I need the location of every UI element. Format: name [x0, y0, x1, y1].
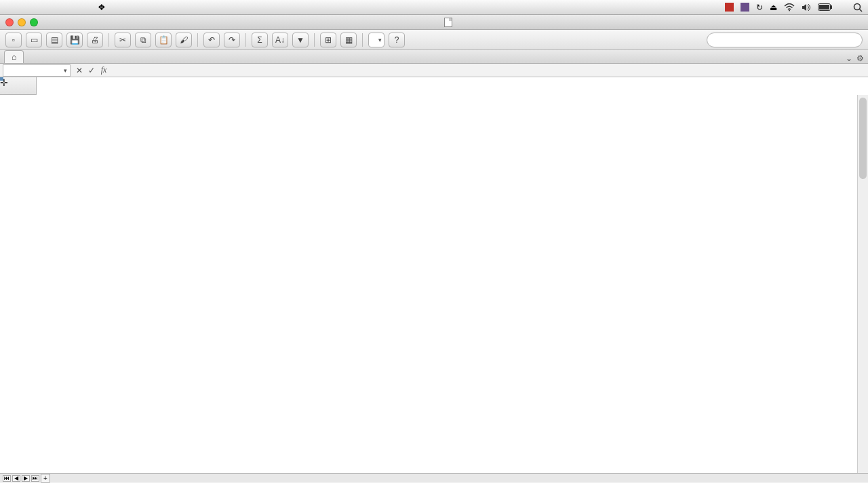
- standard-toolbar: ▫ ▭ ▤ 💾 🖨 ✂ ⧉ 📋 🖌 ↶ ↷ Σ A↓ ▼ ⊞ ▦ ? 🔍: [0, 30, 868, 50]
- svg-rect-2: [819, 5, 829, 9]
- open-template-button[interactable]: ▤: [46, 33, 62, 47]
- select-all-corner[interactable]: [0, 77, 37, 95]
- mac-menubar: ❖ ↻ ⏏: [0, 0, 868, 15]
- help-button[interactable]: ?: [389, 33, 405, 47]
- svg-rect-3: [831, 5, 832, 9]
- cancel-formula-icon[interactable]: ✕: [73, 66, 85, 75]
- tab-data[interactable]: [115, 60, 130, 63]
- volume-icon[interactable]: [802, 3, 811, 12]
- open-button[interactable]: ▭: [26, 33, 42, 47]
- toolbox-button[interactable]: ▦: [340, 33, 357, 47]
- scroll-thumb[interactable]: [859, 98, 867, 179]
- search-input[interactable]: [707, 33, 863, 47]
- spotlight-icon[interactable]: [853, 3, 863, 12]
- sync-icon[interactable]: ↻: [756, 3, 763, 12]
- ribbon-tabs: ⌂ ⌄ ⚙: [0, 50, 868, 64]
- minimize-button[interactable]: [18, 18, 26, 26]
- tab-smartart[interactable]: [79, 60, 94, 63]
- filter-button[interactable]: ▼: [292, 33, 309, 47]
- svg-line-5: [860, 9, 863, 12]
- document-icon: [444, 18, 452, 27]
- svg-point-4: [854, 3, 861, 9]
- ribbon-settings-icon[interactable]: ⚙: [856, 54, 864, 63]
- script-menu-icon[interactable]: ❖: [98, 2, 106, 12]
- tab-layout[interactable]: [26, 60, 41, 63]
- autosum-button[interactable]: Σ: [252, 33, 268, 47]
- tab-nav-last[interactable]: ⏭: [31, 475, 39, 482]
- gallery-button[interactable]: ⊞: [320, 33, 336, 47]
- window-titlebar: [0, 15, 868, 30]
- tab-nav-prev[interactable]: ◀: [12, 475, 20, 482]
- zoom-select[interactable]: [368, 33, 384, 47]
- tab-home[interactable]: ⌂: [4, 50, 24, 63]
- svg-point-0: [789, 9, 790, 11]
- cut-button[interactable]: ✂: [115, 33, 131, 47]
- undo-button[interactable]: ↶: [203, 33, 220, 47]
- status-indicator-icon[interactable]: [741, 3, 749, 12]
- paste-button[interactable]: 📋: [155, 33, 172, 47]
- tab-tables[interactable]: [44, 60, 59, 63]
- name-box[interactable]: [3, 64, 71, 77]
- eject-icon[interactable]: ⏏: [770, 3, 777, 12]
- print-button[interactable]: 🖨: [87, 33, 103, 47]
- home-icon: ⌂: [12, 52, 16, 62]
- formula-bar: ✕ ✓ fx: [0, 64, 868, 77]
- format-painter-button[interactable]: 🖌: [176, 33, 192, 47]
- tab-nav-next[interactable]: ▶: [22, 475, 30, 482]
- fx-icon[interactable]: fx: [98, 65, 110, 75]
- zoom-button[interactable]: [30, 18, 38, 26]
- wifi-icon[interactable]: [784, 3, 795, 12]
- new-button[interactable]: ▫: [5, 33, 22, 47]
- tab-review[interactable]: [132, 60, 147, 63]
- status-indicator-icon[interactable]: [725, 3, 734, 12]
- tab-formulas[interactable]: [97, 60, 112, 63]
- collapse-ribbon-icon[interactable]: ⌄: [846, 54, 852, 63]
- tab-charts[interactable]: [62, 60, 77, 63]
- save-button[interactable]: 💾: [66, 33, 83, 47]
- close-button[interactable]: [5, 18, 14, 26]
- tab-nav-first[interactable]: ⏮: [3, 475, 11, 482]
- vertical-scrollbar[interactable]: [857, 95, 868, 483]
- spreadsheet-area[interactable]: ✛ ⏮ ◀ ▶ ⏭ +: [0, 77, 868, 483]
- add-sheet-button[interactable]: +: [41, 474, 50, 483]
- battery-icon[interactable]: [818, 3, 833, 11]
- redo-button[interactable]: ↷: [224, 33, 240, 47]
- copy-button[interactable]: ⧉: [135, 33, 151, 47]
- sheet-tab-bar: ⏮ ◀ ▶ ⏭ +: [0, 473, 868, 483]
- sort-button[interactable]: A↓: [272, 33, 288, 47]
- accept-formula-icon[interactable]: ✓: [85, 66, 98, 75]
